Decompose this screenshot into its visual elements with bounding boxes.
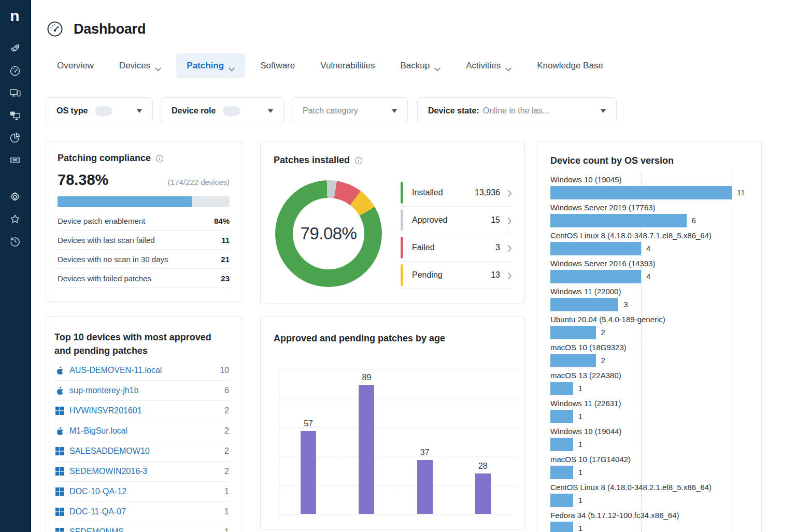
- windows-icon: [55, 447, 64, 455]
- info-icon[interactable]: [155, 154, 164, 163]
- os-bar-value: 1: [578, 468, 582, 477]
- os-bar-line: 4: [550, 269, 748, 283]
- device-role-filter[interactable]: Device role: [161, 97, 284, 124]
- os-bar-label: Ubuntu 20.04 (5.4.0-189-generic): [550, 315, 748, 324]
- os-bar-row: Windows 11 (22000) 3: [550, 287, 748, 311]
- tab-software[interactable]: Software: [250, 53, 305, 78]
- filter-label: Device role: [172, 106, 216, 116]
- os-bar-line: 1: [550, 437, 748, 451]
- metric-row: Device patch enablement 84%: [58, 211, 230, 231]
- card-title-text: Approved and pending patches by age: [274, 333, 445, 344]
- os-bar-value: 1: [578, 496, 582, 505]
- os-bar-row: CentOS Linux 8 (4.18.0-348.2.1.el8_5.x86…: [550, 483, 748, 507]
- os-bar-line: 11: [550, 185, 748, 199]
- patch-category-filter[interactable]: Patch category: [292, 97, 408, 124]
- os-bar-row: Ubuntu 20.04 (5.4.0-189-generic) 2: [550, 315, 748, 339]
- os-bar-label: Windows 10 (19044): [550, 427, 748, 436]
- chevron-down-icon: [229, 64, 235, 68]
- device-patch-count: 1: [224, 487, 229, 496]
- age-bar-column: 89: [337, 369, 395, 514]
- metric-label: Devices with failed patches: [58, 274, 151, 283]
- os-bar: [550, 466, 573, 479]
- os-version-card: Device count by OS version Windows 10 (1…: [537, 141, 762, 532]
- os-bar-value: 3: [623, 300, 628, 309]
- os-bar-line: 1: [550, 409, 748, 423]
- device-link[interactable]: AUS-DEMOVEN-11.local: [69, 366, 162, 375]
- filter-count-pill: [95, 106, 112, 116]
- device-patch-count: 1: [224, 527, 229, 532]
- tab-overview[interactable]: Overview: [47, 53, 104, 78]
- legend-value: 15: [491, 215, 500, 225]
- tab-knowledge-base[interactable]: Knowledge Base: [527, 53, 614, 78]
- chevron-right-icon: [508, 272, 512, 279]
- devices-icon[interactable]: [9, 87, 21, 99]
- info-icon[interactable]: [354, 156, 363, 165]
- card-title-text: Top 10 devices with most approved and pe…: [54, 330, 229, 357]
- settings-gear-icon[interactable]: [9, 191, 21, 203]
- device-link[interactable]: DOC-11-QA-07: [69, 507, 126, 516]
- sidebar: n: [0, 0, 31, 532]
- age-bar-column: 37: [396, 369, 454, 514]
- rocket-icon[interactable]: [9, 42, 21, 55]
- donut-center-percent: 79.08%: [301, 224, 357, 243]
- os-bar-label: Windows Server 2016 (14393): [550, 259, 748, 268]
- device-row: SALESADDEMOW10 2: [54, 441, 229, 462]
- os-bar-line: 1: [550, 521, 748, 532]
- reports-pie-icon[interactable]: [9, 132, 21, 144]
- os-bar: [550, 438, 573, 451]
- card-title: Patches installed: [274, 155, 510, 166]
- device-link[interactable]: HVWINSVR201601: [69, 406, 142, 415]
- metric-row: Devices with no scan in 30 days 21: [58, 250, 230, 269]
- brand-logo[interactable]: n: [10, 8, 19, 24]
- device-link[interactable]: SEDEMOWIN2016-3: [69, 467, 147, 476]
- compliance-progress-fill: [58, 196, 192, 207]
- legend-item-approved[interactable]: Approved 15: [401, 207, 512, 234]
- device-link[interactable]: DOC-10-QA-12: [69, 487, 126, 496]
- metric-value: 11: [221, 236, 230, 245]
- age-bar: [359, 385, 374, 514]
- history-icon[interactable]: [9, 235, 21, 248]
- os-bar-label: Windows 11 (22631): [550, 399, 748, 408]
- os-type-filter[interactable]: OS type: [46, 97, 153, 124]
- os-bar: [550, 270, 641, 283]
- device-link[interactable]: SEDEMONMS: [69, 527, 124, 532]
- patches-donut-chart: 79.08%: [275, 180, 382, 287]
- legend-item-installed[interactable]: Installed 13,936: [401, 179, 512, 207]
- metric-value: 21: [221, 255, 230, 264]
- tab-backup[interactable]: Backup: [390, 53, 451, 78]
- metric-row: Devices with last scan failed 11: [58, 231, 230, 250]
- device-state-filter[interactable]: Device state: Online in the las...: [417, 97, 617, 124]
- age-bar: [301, 431, 316, 514]
- dashboard-gauge-icon[interactable]: [9, 65, 21, 77]
- tab-vulnerabilities[interactable]: Vulnerabilities: [310, 53, 385, 78]
- legend-label: Installed: [412, 188, 443, 197]
- os-bar-row: macOS 10 (18G9323) 2: [550, 343, 748, 367]
- card-title: Top 10 devices with most approved and pe…: [54, 330, 229, 357]
- remote-screens-icon[interactable]: [9, 109, 21, 122]
- os-bar-row: Windows 10 (19044) 1: [550, 427, 748, 451]
- legend-item-failed[interactable]: Failed 3: [401, 234, 512, 262]
- device-patch-count: 2: [224, 447, 229, 456]
- os-bar: [550, 522, 573, 532]
- chevron-down-icon: [155, 64, 161, 68]
- device-link[interactable]: sup-monterey-jh1b: [69, 386, 138, 395]
- donut-hole: 79.08%: [293, 198, 364, 269]
- ticketing-icon[interactable]: [9, 154, 21, 166]
- device-link[interactable]: M1-BigSur.local: [69, 426, 127, 436]
- tab-bar: Overview Devices Patching Software: [47, 53, 618, 78]
- tab-devices[interactable]: Devices: [109, 53, 172, 78]
- favorites-star-icon[interactable]: [9, 213, 21, 225]
- metric-label: Devices with last scan failed: [58, 236, 155, 245]
- os-bar-value: 11: [737, 188, 745, 197]
- patching-compliance-card: Patching compliance 78.38% (174/222 devi…: [46, 141, 241, 302]
- tab-patching[interactable]: Patching: [176, 53, 245, 78]
- compliance-device-count: (174/222 devices): [168, 178, 230, 186]
- device-row: M1-BigSur.local 2: [54, 421, 229, 441]
- page-title: Dashboard: [74, 21, 146, 37]
- tab-activities[interactable]: Activities: [456, 53, 522, 78]
- legend-item-pending[interactable]: Pending 13: [401, 262, 512, 289]
- legend-color-bar: [401, 264, 403, 286]
- device-link[interactable]: SALESADDEMOW10: [69, 447, 150, 456]
- top-devices-card: Top 10 devices with most approved and pe…: [46, 317, 242, 532]
- os-bar-label: macOS 10 (18G9323): [550, 343, 748, 352]
